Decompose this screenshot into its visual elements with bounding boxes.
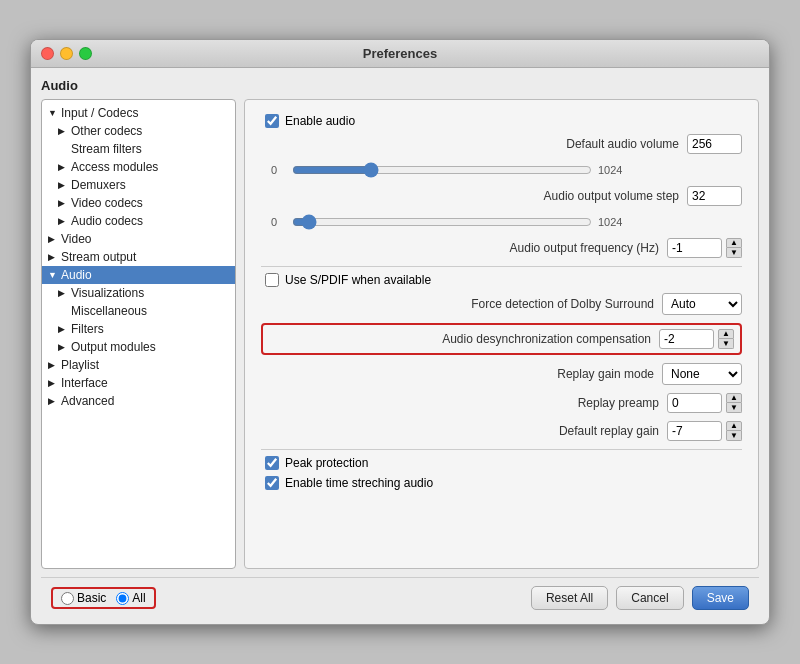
content-panel: Enable audio Default audio volume 256 0 … [244,99,759,569]
enable-audio-checkbox[interactable] [265,114,279,128]
arrow-icon-output-modules: ▶ [58,342,68,352]
replay-preamp-down[interactable]: ▼ [726,403,742,413]
step-slider-row: 0 1024 [261,214,742,230]
preferences-window: Preferences Audio ▼Input / Codecs▶Other … [30,39,770,625]
sidebar-item-video-codecs[interactable]: ▶Video codecs [42,194,235,212]
sidebar-item-demuxers[interactable]: ▶Demuxers [42,176,235,194]
sidebar-item-other-codecs[interactable]: ▶Other codecs [42,122,235,140]
basic-radio-option[interactable]: Basic [61,591,106,605]
sidebar-item-label-video-codecs: Video codecs [71,196,143,210]
sidebar-item-access-modules[interactable]: ▶Access modules [42,158,235,176]
audio-freq-up[interactable]: ▲ [726,238,742,248]
output-step-label: Audio output volume step [261,189,687,203]
bottom-bar: Basic All Reset All Cancel Save [41,577,759,614]
close-button[interactable] [41,47,54,60]
sidebar-item-label-input-codecs: Input / Codecs [61,106,138,120]
enable-audio-label: Enable audio [285,114,355,128]
audio-freq-down[interactable]: ▼ [726,248,742,258]
all-radio-option[interactable]: All [116,591,145,605]
sidebar-item-interface[interactable]: ▶Interface [42,374,235,392]
sidebar-item-video[interactable]: ▶Video [42,230,235,248]
default-volume-label: Default audio volume [261,137,687,151]
sidebar-item-label-video: Video [61,232,91,246]
arrow-icon-video: ▶ [48,234,58,244]
default-volume-control: 256 [687,134,742,154]
desync-up[interactable]: ▲ [718,329,734,339]
arrow-icon-filters: ▶ [58,324,68,334]
sidebar-item-playlist[interactable]: ▶Playlist [42,356,235,374]
action-buttons: Reset All Cancel Save [531,586,749,610]
sidebar-item-label-playlist: Playlist [61,358,99,372]
all-label: All [132,591,145,605]
use-spdif-checkbox[interactable] [265,273,279,287]
sidebar-item-filters[interactable]: ▶Filters [42,320,235,338]
audio-freq-row: Audio output frequency (Hz) -1 ▲ ▼ [261,238,742,258]
default-replay-spinner: ▲ ▼ [726,421,742,441]
default-replay-up[interactable]: ▲ [726,421,742,431]
default-volume-row: Default audio volume 256 [261,134,742,154]
titlebar: Preferences [31,40,769,68]
replay-preamp-label: Replay preamp [261,396,667,410]
arrow-icon-interface: ▶ [48,378,58,388]
sidebar-item-label-audio: Audio [61,268,92,282]
sidebar-item-label-output-modules: Output modules [71,340,156,354]
use-spdif-label: Use S/PDIF when available [285,273,431,287]
replay-preamp-input[interactable]: 0 [667,393,722,413]
cancel-button[interactable]: Cancel [616,586,683,610]
force-dolby-row: Force detection of Dolby Surround Auto O… [261,293,742,315]
replay-mode-select[interactable]: None Track Album [662,363,742,385]
slider1-max-label: 1024 [598,164,628,176]
peak-protection-checkbox[interactable] [265,456,279,470]
sidebar-item-audio-codecs[interactable]: ▶Audio codecs [42,212,235,230]
default-replay-input[interactable]: -7 [667,421,722,441]
default-replay-control: -7 ▲ ▼ [667,421,742,441]
save-button[interactable]: Save [692,586,749,610]
sidebar-item-label-filters: Filters [71,322,104,336]
arrow-icon-audio-codecs: ▶ [58,216,68,226]
default-replay-down[interactable]: ▼ [726,431,742,441]
force-dolby-select[interactable]: Auto On Off [662,293,742,315]
peak-protection-row: Peak protection [261,456,742,470]
sidebar-item-label-other-codecs: Other codecs [71,124,142,138]
desync-down[interactable]: ▼ [718,339,734,349]
sidebar-item-advanced[interactable]: ▶Advanced [42,392,235,410]
desync-input[interactable]: -2 [659,329,714,349]
all-radio[interactable] [116,592,129,605]
arrow-icon-visualizations: ▶ [58,288,68,298]
peak-protection-label: Peak protection [285,456,368,470]
sidebar-item-label-stream-filters: Stream filters [71,142,142,156]
sidebar-item-visualizations[interactable]: ▶Visualizations [42,284,235,302]
sidebar-item-stream-filters[interactable]: Stream filters [42,140,235,158]
audio-freq-input[interactable]: -1 [667,238,722,258]
sidebar-item-stream-output[interactable]: ▶Stream output [42,248,235,266]
arrow-icon-other-codecs: ▶ [58,126,68,136]
output-step-control: 32 [687,186,742,206]
volume-slider[interactable] [292,162,592,178]
replay-mode-label: Replay gain mode [261,367,662,381]
replay-preamp-up[interactable]: ▲ [726,393,742,403]
minimize-button[interactable] [60,47,73,60]
sidebar-item-label-interface: Interface [61,376,108,390]
window-body: Audio ▼Input / Codecs▶Other codecsStream… [31,68,769,624]
step-slider[interactable] [292,214,592,230]
default-volume-input[interactable]: 256 [687,134,742,154]
sidebar-item-label-access-modules: Access modules [71,160,158,174]
replay-preamp-control: 0 ▲ ▼ [667,393,742,413]
sidebar: ▼Input / Codecs▶Other codecsStream filte… [41,99,236,569]
window-title: Preferences [363,46,437,61]
replay-mode-row: Replay gain mode None Track Album [261,363,742,385]
reset-all-button[interactable]: Reset All [531,586,608,610]
maximize-button[interactable] [79,47,92,60]
sidebar-item-label-stream-output: Stream output [61,250,136,264]
sidebar-item-input-codecs[interactable]: ▼Input / Codecs [42,104,235,122]
enable-stretch-checkbox[interactable] [265,476,279,490]
force-dolby-control: Auto On Off [662,293,742,315]
sidebar-item-miscellaneous[interactable]: Miscellaneous [42,302,235,320]
enable-audio-row: Enable audio [261,114,742,128]
sidebar-item-label-miscellaneous: Miscellaneous [71,304,147,318]
output-step-input[interactable]: 32 [687,186,742,206]
sidebar-item-output-modules[interactable]: ▶Output modules [42,338,235,356]
sidebar-item-audio[interactable]: ▼Audio [42,266,235,284]
basic-radio[interactable] [61,592,74,605]
arrow-icon-input-codecs: ▼ [48,108,58,118]
